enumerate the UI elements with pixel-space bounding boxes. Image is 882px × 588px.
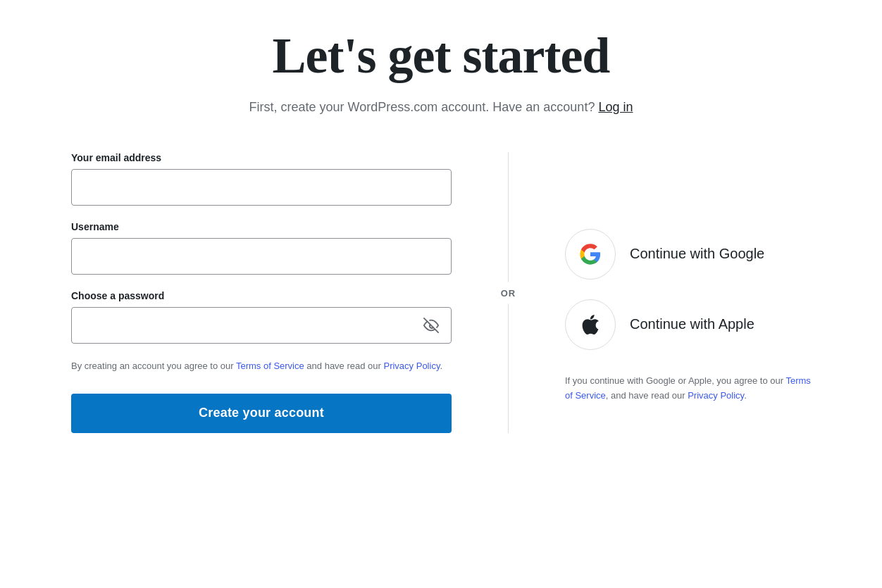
social-privacy-link[interactable]: Privacy Policy	[688, 390, 744, 401]
terms-after: .	[440, 361, 442, 371]
social-disclaimer-after: .	[744, 390, 747, 401]
terms-text: By creating an account you agree to our …	[71, 359, 452, 374]
eye-off-icon	[423, 318, 439, 333]
email-label: Your email address	[71, 152, 452, 163]
google-icon-circle	[565, 229, 616, 280]
terms-before: By creating an account you agree to our	[71, 361, 236, 371]
page-wrapper: Let's get started First, create your Wor…	[0, 0, 882, 588]
continue-with-apple-button[interactable]: Continue with Apple	[565, 295, 811, 354]
page-title: Let's get started	[249, 28, 633, 84]
apple-icon-circle	[565, 299, 616, 350]
apple-icon	[580, 315, 600, 334]
subtitle-text: First, create your WordPress.com account…	[249, 100, 595, 114]
privacy-policy-link[interactable]: Privacy Policy	[383, 361, 440, 371]
email-input[interactable]	[71, 169, 452, 206]
username-label: Username	[71, 221, 452, 232]
social-disclaimer-middle: , and have read our	[606, 390, 688, 401]
social-disclaimer-before: If you continue with Google or Apple, yo…	[565, 375, 785, 386]
toggle-password-button[interactable]	[421, 315, 442, 336]
login-link[interactable]: Log in	[598, 100, 633, 114]
terms-of-service-link[interactable]: Terms of Service	[236, 361, 304, 371]
email-form-group: Your email address	[71, 152, 452, 206]
password-form-group: Choose a password	[71, 290, 452, 344]
content-area: Your email address Username Choose a pas…	[71, 152, 811, 433]
google-button-label: Continue with Google	[630, 246, 764, 262]
or-label: OR	[498, 282, 519, 304]
header-section: Let's get started First, create your Wor…	[249, 28, 633, 117]
username-form-group: Username	[71, 221, 452, 275]
password-input[interactable]	[71, 307, 452, 344]
continue-with-google-button[interactable]: Continue with Google	[565, 225, 811, 284]
terms-middle: and have read our	[304, 361, 384, 371]
left-column: Your email address Username Choose a pas…	[71, 152, 494, 433]
vertical-divider: OR	[508, 152, 509, 433]
google-icon	[579, 243, 602, 265]
password-label: Choose a password	[71, 290, 452, 301]
right-column: Continue with Google Continue with Apple…	[523, 152, 811, 433]
apple-button-label: Continue with Apple	[630, 316, 754, 332]
social-terms: If you continue with Google or Apple, yo…	[565, 374, 811, 404]
password-wrapper	[71, 307, 452, 344]
subtitle: First, create your WordPress.com account…	[249, 98, 633, 117]
username-input[interactable]	[71, 238, 452, 275]
create-account-button[interactable]: Create your account	[71, 394, 452, 433]
